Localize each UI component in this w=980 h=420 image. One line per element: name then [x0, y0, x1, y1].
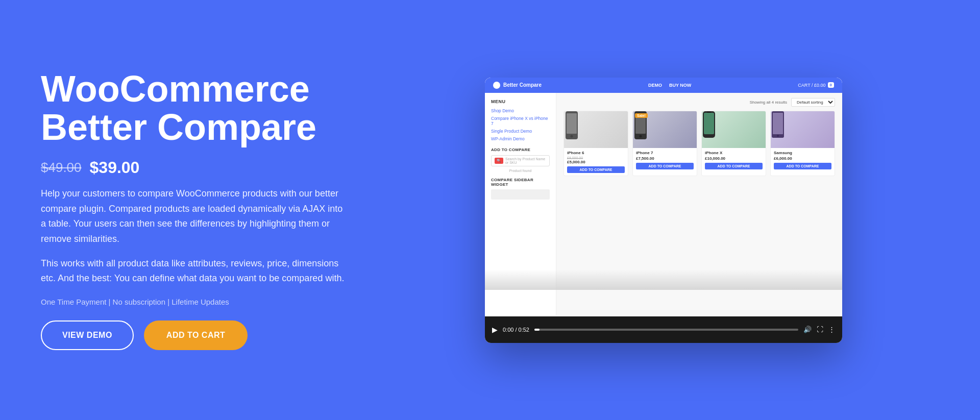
product-info-2: iPhone 7 £7,500.00 ADD TO COMPARE: [633, 148, 697, 172]
product-name-4: Samsung: [774, 151, 831, 155]
mini-cart[interactable]: CART / £0.00 0: [798, 82, 834, 88]
main-title: WooCommerce Better Compare: [41, 70, 357, 147]
product-info-4: Samsung £6,000.00 ADD TO COMPARE: [771, 148, 835, 172]
price-row: $49.00 $39.00: [41, 158, 357, 177]
mini-sidebar-menu-title: MENU: [491, 99, 550, 104]
product-name-1: iPhone 6: [567, 151, 625, 155]
sidebar-single-product[interactable]: Single Product Demo: [491, 129, 550, 134]
product-info-3: iPhone X £10,000.00 ADD TO COMPARE: [702, 148, 766, 172]
mini-logo: Better Compare: [493, 82, 542, 89]
video-controls-right: 🔊 ⛶ ⋮: [803, 326, 835, 333]
product-price-1: £5,000.00: [567, 160, 625, 164]
mini-cart-badge: 0: [828, 82, 834, 88]
compare-sidebar-widget-title: COMPARE SIDEBAR WIDGET: [491, 178, 550, 187]
time-display: 0:00 / 0:52: [503, 327, 529, 333]
product-found-text: Product found: [491, 169, 550, 172]
product-price-4: £6,000.00: [774, 156, 831, 161]
svg-rect-1: [567, 113, 577, 134]
product-name-3: iPhone X: [705, 151, 763, 155]
svg-rect-8: [707, 111, 711, 113]
svg-rect-7: [704, 113, 714, 134]
product-price-3: £10,000.00: [705, 156, 763, 161]
progress-bar-fill: [534, 329, 540, 331]
svg-point-5: [640, 135, 642, 137]
product-info-1: iPhone 6 £8,000.00 £5,000.00 ADD TO COMP…: [564, 148, 628, 176]
sale-badge-2: Sale!: [635, 113, 648, 118]
sidebar-wp-admin[interactable]: WP-Admin Demo: [491, 136, 550, 141]
button-row: VIEW DEMO ADD TO CART: [41, 320, 357, 350]
search-placeholder: Search by Product Name or SKU: [505, 157, 546, 164]
compare-widget-area: [491, 189, 550, 200]
mini-body: MENU Shop Demo Compare iPhone X vs iPhon…: [485, 93, 842, 315]
add-compare-btn-2[interactable]: ADD TO COMPARE: [636, 163, 694, 169]
price-original: $49.00: [41, 160, 82, 176]
mini-search-bar[interactable]: 🔍 Search by Product Name or SKU: [491, 155, 550, 166]
add-to-cart-button[interactable]: ADD TO CART: [144, 320, 248, 350]
preview-website: Better Compare DEMO BUY NOW CART / £0.00…: [485, 78, 842, 316]
product-card-2: Sale! iPhone 7 £7,500.00: [632, 111, 697, 176]
volume-icon[interactable]: 🔊: [803, 326, 812, 333]
results-text: Showing all 4 results: [750, 100, 787, 105]
left-section: WooCommerce Better Compare $49.00 $39.00…: [41, 70, 357, 350]
mini-results-bar: Showing all 4 results Default sorting: [564, 98, 835, 107]
search-icon: 🔍: [495, 158, 503, 164]
product-card-1: iPhone 6 £8,000.00 £5,000.00 ADD TO COMP…: [564, 111, 628, 176]
mini-main: Showing all 4 results Default sorting: [556, 93, 842, 315]
sidebar-compare-item[interactable]: Compare iPhone X vs iPhone 7: [491, 116, 550, 126]
price-current: $39.00: [90, 158, 140, 177]
mini-sidebar-add-compare: ADD TO COMPARE 🔍 Search by Product Name …: [491, 147, 550, 172]
payment-info: One Time Payment | No subscription | Lif…: [41, 298, 357, 306]
product-price-2: £7,500.00: [636, 156, 694, 161]
svg-rect-10: [773, 113, 783, 134]
mini-logo-icon: [493, 82, 500, 89]
product-card-3: iPhone X £10,000.00 ADD TO COMPARE: [701, 111, 766, 176]
product-image-4: [771, 111, 835, 148]
description-2: This works with all product data like at…: [41, 256, 347, 286]
description-1: Help your customers to compare WooCommer…: [41, 186, 347, 247]
svg-point-11: [777, 135, 779, 137]
sidebar-shop-demo[interactable]: Shop Demo: [491, 108, 550, 113]
mini-sidebar: MENU Shop Demo Compare iPhone X vs iPhon…: [485, 93, 556, 315]
progress-bar[interactable]: [534, 329, 798, 331]
product-name-2: iPhone 7: [636, 151, 694, 155]
more-options-icon[interactable]: ⋮: [828, 326, 835, 333]
play-button[interactable]: ▶: [492, 326, 498, 334]
add-compare-btn-3[interactable]: ADD TO COMPARE: [705, 163, 763, 169]
mini-logo-text: Better Compare: [503, 82, 542, 88]
product-price-old-1: £8,000.00: [567, 156, 625, 160]
products-grid: iPhone 6 £8,000.00 £5,000.00 ADD TO COMP…: [564, 111, 835, 176]
fullscreen-icon[interactable]: ⛶: [817, 326, 823, 333]
right-section: Better Compare DEMO BUY NOW CART / £0.00…: [388, 78, 939, 343]
title-line1: WooCommerce: [41, 68, 310, 109]
product-image-1: [564, 111, 628, 148]
mini-header: Better Compare DEMO BUY NOW CART / £0.00…: [485, 78, 842, 93]
title-line2: Better Compare: [41, 107, 316, 147]
add-to-compare-title: ADD TO COMPARE: [491, 147, 550, 152]
view-demo-button[interactable]: VIEW DEMO: [41, 320, 134, 350]
mini-nav-buynow[interactable]: BUY NOW: [669, 83, 691, 88]
preview-window: Better Compare DEMO BUY NOW CART / £0.00…: [485, 78, 842, 343]
mini-nav-demo[interactable]: DEMO: [648, 83, 662, 88]
product-card-4: Samsung £6,000.00 ADD TO COMPARE: [770, 111, 835, 176]
page-container: WooCommerce Better Compare $49.00 $39.00…: [0, 0, 980, 420]
svg-point-2: [571, 135, 573, 137]
add-compare-btn-4[interactable]: ADD TO COMPARE: [774, 163, 831, 169]
video-player-bar: ▶ 0:00 / 0:52 🔊 ⛶ ⋮: [485, 316, 842, 343]
product-image-2: Sale!: [633, 111, 697, 148]
mini-nav: DEMO BUY NOW: [648, 83, 691, 88]
product-image-3: [702, 111, 766, 148]
sort-select[interactable]: Default sorting: [791, 98, 835, 107]
add-compare-btn-1[interactable]: ADD TO COMPARE: [567, 166, 625, 173]
mini-cart-text: CART / £0.00: [798, 83, 825, 88]
